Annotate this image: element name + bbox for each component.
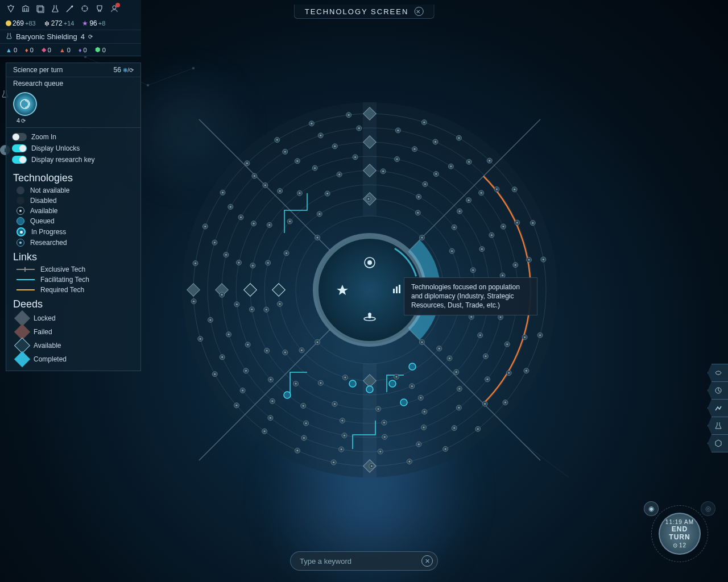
- queue-item-turns: 4⟳: [6, 117, 140, 127]
- victory-icon[interactable]: [94, 3, 105, 14]
- svg-point-67: [286, 252, 287, 254]
- resource-5[interactable]: ♦0: [78, 46, 87, 53]
- dust-resource[interactable]: 269 +83: [6, 19, 36, 27]
- toggle-zoom-switch[interactable]: [12, 133, 27, 141]
- svg-point-297: [348, 114, 350, 116]
- legend-not-available: Not available: [6, 185, 140, 196]
- menu-icons: [0, 0, 141, 17]
- svg-point-71: [367, 198, 369, 200]
- scan-prev-button[interactable]: ◉: [644, 501, 659, 516]
- queue-item-1[interactable]: [13, 92, 37, 116]
- svg-point-277: [235, 405, 237, 406]
- svg-rect-32: [393, 289, 395, 293]
- svg-point-115: [251, 309, 253, 310]
- svg-point-89: [267, 262, 269, 264]
- legend-exclusive: Exclusive Tech: [6, 264, 140, 275]
- svg-point-245: [358, 127, 360, 129]
- svg-point-87: [266, 309, 267, 310]
- end-turn-widget: ◉ ◎ 11:19 AM END TURN ⊙12: [648, 502, 711, 565]
- toggle-research-key-switch[interactable]: [12, 156, 27, 164]
- svg-point-153: [253, 223, 255, 225]
- senate-icon[interactable]: [20, 3, 31, 14]
- svg-point-223: [341, 448, 342, 450]
- toggle-unlocks[interactable]: Display Unlocks: [12, 143, 135, 154]
- action-btn-5[interactable]: [708, 434, 728, 452]
- action-btn-4[interactable]: [708, 417, 728, 435]
- toggle-unlocks-switch[interactable]: [12, 144, 27, 152]
- svg-point-225: [303, 437, 305, 439]
- quests-icon[interactable]: [80, 3, 90, 14]
- current-research-turns: 4: [81, 32, 85, 41]
- influence-delta: +14: [64, 20, 75, 27]
- prestige-value: 96: [89, 19, 97, 27]
- svg-point-149: [236, 304, 238, 305]
- action-btn-3[interactable]: [708, 399, 728, 417]
- svg-point-305: [514, 189, 515, 190]
- links-heading: Links: [6, 248, 140, 264]
- svg-point-193: [225, 254, 227, 256]
- svg-point-301: [458, 137, 460, 139]
- svg-point-249: [435, 141, 436, 143]
- resource-4[interactable]: ▲0: [59, 46, 71, 53]
- action-btn-1[interactable]: [708, 364, 728, 382]
- legend-required: Required Tech: [6, 285, 140, 295]
- toggle-research-key-label: Display research key: [31, 156, 94, 164]
- svg-point-318: [349, 380, 356, 387]
- svg-point-97: [453, 226, 455, 228]
- svg-point-183: [305, 422, 307, 424]
- svg-point-95: [418, 196, 420, 198]
- svg-point-293: [276, 139, 278, 141]
- svg-point-107: [378, 408, 379, 410]
- svg-point-233: [209, 319, 211, 321]
- research-icon[interactable]: [50, 3, 60, 14]
- economy-icon[interactable]: [35, 3, 46, 14]
- legend-queued: Queued: [6, 216, 140, 226]
- research-queue-label: Research queue: [6, 77, 140, 90]
- svg-point-119: [268, 224, 270, 226]
- svg-point-49: [317, 341, 318, 343]
- scan-next-button[interactable]: ◎: [701, 501, 715, 516]
- action-btn-2[interactable]: [708, 381, 728, 400]
- svg-point-263: [477, 428, 479, 430]
- svg-point-241: [284, 151, 286, 152]
- svg-point-63: [301, 350, 303, 351]
- toggle-research-key[interactable]: Display research key: [12, 154, 135, 165]
- svg-point-121: [299, 192, 300, 194]
- svg-point-299: [423, 122, 425, 123]
- svg-point-139: [383, 422, 385, 423]
- prestige-resource[interactable]: ★ 96 +8: [82, 19, 105, 27]
- svg-point-313: [526, 370, 527, 372]
- quadrant-tooltip: Technologies focused on population and d…: [404, 277, 537, 315]
- svg-point-105: [420, 397, 421, 398]
- svg-point-269: [371, 465, 373, 467]
- technologies-heading: Technologies: [6, 169, 140, 185]
- svg-point-145: [270, 379, 271, 380]
- resource-6[interactable]: ⬢0: [95, 46, 106, 53]
- diplomacy-icon[interactable]: [109, 3, 119, 14]
- svg-point-129: [459, 210, 461, 212]
- svg-point-261: [508, 372, 510, 374]
- resource-1[interactable]: ▲0: [6, 46, 17, 53]
- resource-3[interactable]: ◆0: [42, 46, 51, 53]
- svg-point-273: [296, 450, 298, 451]
- close-button[interactable]: ✕: [414, 7, 423, 16]
- empire-icon[interactable]: [6, 3, 16, 14]
- search-input[interactable]: [300, 557, 421, 566]
- svg-line-1: [148, 68, 193, 85]
- svg-point-147: [247, 344, 249, 346]
- resource-2[interactable]: ♦0: [25, 46, 34, 53]
- screen-title-bar: TECHNOLOGY SCREEN ✕: [294, 5, 435, 19]
- svg-point-307: [532, 222, 533, 224]
- influence-resource[interactable]: 272 +14: [44, 19, 75, 27]
- svg-point-195: [240, 217, 242, 218]
- svg-point-31: [367, 260, 372, 265]
- dust-delta: +83: [25, 20, 36, 27]
- military-icon[interactable]: [65, 3, 75, 14]
- search-clear-button[interactable]: ✕: [421, 555, 433, 567]
- current-research-row[interactable]: Baryonic Shielding 4 ⟳: [0, 30, 141, 43]
- resource-bar: 269 +83 272 +14 ★ 96 +8: [0, 17, 141, 30]
- svg-point-155: [279, 190, 281, 192]
- toggle-zoom[interactable]: Zoom In: [12, 131, 135, 143]
- svg-point-235: [214, 242, 216, 243]
- svg-point-185: [271, 400, 273, 402]
